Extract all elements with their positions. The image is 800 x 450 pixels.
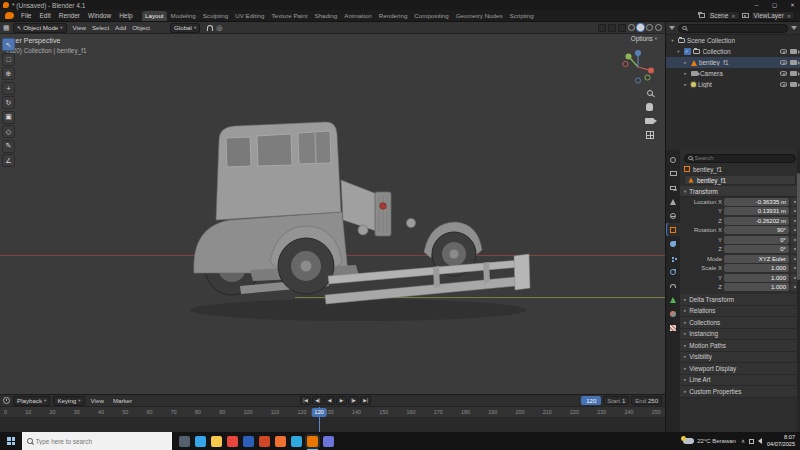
tab-view-layer[interactable] <box>666 181 680 194</box>
unlink-scene-icon[interactable]: ✕ <box>730 13 736 19</box>
select-box-tool[interactable]: □ <box>2 53 15 66</box>
navigation-gizmo[interactable] <box>620 48 656 84</box>
tab-physics[interactable] <box>666 265 680 278</box>
menu-item[interactable]: Render <box>55 12 84 19</box>
timeline-tracks[interactable] <box>0 418 665 432</box>
expand-icon[interactable]: ▸ <box>683 60 688 65</box>
play-button[interactable]: ▶ <box>336 396 347 405</box>
snap-magnet-icon[interactable] <box>207 25 213 31</box>
field-value[interactable]: 1.000 <box>724 283 789 291</box>
file-explorer-icon[interactable] <box>211 436 222 447</box>
firefox-icon[interactable] <box>275 436 286 447</box>
field-value[interactable]: -0.36335 m <box>724 198 789 206</box>
xray-toggle[interactable] <box>618 24 626 32</box>
expand-icon[interactable]: ▸ <box>683 71 688 76</box>
viewport-menu-item[interactable]: Object <box>129 24 153 31</box>
outliner-row-camera[interactable]: ▸ Camera <box>666 68 800 79</box>
outliner-row-bentley[interactable]: ▸ bentley_f1 <box>666 57 800 68</box>
transform-tool[interactable]: ◇ <box>2 125 15 138</box>
marker-menu[interactable]: Marker <box>110 397 135 404</box>
render-visibility-icon[interactable] <box>790 82 797 87</box>
viewport-menu-item[interactable]: Add <box>112 24 129 31</box>
network-icon[interactable] <box>749 439 754 444</box>
field-value[interactable]: 1.000 <box>724 274 789 282</box>
properties-search[interactable] <box>684 154 796 163</box>
prev-keyframe-button[interactable]: ◀| <box>312 396 323 405</box>
shading-rendered-icon[interactable] <box>655 24 662 31</box>
workspace-tab[interactable]: Compositing <box>411 11 452 21</box>
outliner-search-input[interactable] <box>687 25 785 31</box>
orthographic-grid-icon[interactable] <box>646 131 654 139</box>
viewport-menu-item[interactable]: View <box>70 24 89 31</box>
workspace-tab[interactable]: Shading <box>311 11 341 21</box>
hide-eye-icon[interactable] <box>780 82 787 87</box>
weather-widget[interactable]: 22°C Berawan <box>683 438 736 444</box>
frame-start-field[interactable]: Start 1 <box>603 396 629 405</box>
workspace-tab[interactable]: Animation <box>341 11 376 21</box>
tab-world[interactable] <box>666 209 680 222</box>
workspace-tab[interactable]: UV Editing <box>232 11 268 21</box>
tab-output[interactable] <box>666 167 680 180</box>
keying-dropdown[interactable]: Keying <box>53 396 84 406</box>
next-keyframe-button[interactable]: |▶ <box>348 396 359 405</box>
hide-eye-icon[interactable] <box>780 49 787 54</box>
tray-chevron-icon[interactable]: ∧ <box>741 438 745 444</box>
menu-item[interactable]: Help <box>115 12 136 19</box>
playback-dropdown[interactable]: Playback <box>13 396 50 406</box>
timeline-ruler[interactable]: 0102030405060708090100110120130140150160… <box>0 407 665 418</box>
render-visibility-icon[interactable] <box>790 60 797 65</box>
show-gizmo-toggle[interactable] <box>598 24 606 32</box>
shading-wireframe-icon[interactable] <box>628 24 635 31</box>
viewport-menu-item[interactable]: Select <box>89 24 112 31</box>
workspace-tab[interactable]: Sculpting <box>199 11 231 21</box>
tab-render[interactable] <box>666 153 680 166</box>
workspace-tab[interactable]: Rendering <box>375 11 411 21</box>
timeline-editor-icon[interactable] <box>3 397 10 404</box>
field-value[interactable]: 90° <box>724 226 789 234</box>
collapsed-section[interactable]: Motion Paths <box>680 340 800 352</box>
jump-to-start-button[interactable]: |◀ <box>300 396 311 405</box>
tab-texture[interactable] <box>666 321 680 334</box>
powerpoint-icon[interactable] <box>259 436 270 447</box>
view-menu[interactable]: View <box>88 397 107 404</box>
render-visibility-icon[interactable] <box>790 49 797 54</box>
scale-tool[interactable]: ▣ <box>2 111 15 124</box>
frame-end-field[interactable]: End 250 <box>631 396 662 405</box>
field-value[interactable]: 0.13931 m <box>724 207 789 215</box>
maximize-button[interactable]: ▢ <box>767 0 782 10</box>
minimize-button[interactable]: ─ <box>749 0 764 10</box>
transform-panel-header[interactable]: Transform <box>680 186 800 197</box>
collapsed-section[interactable]: Delta Transform <box>680 294 800 306</box>
tab-object[interactable] <box>666 223 680 236</box>
blender-icon[interactable] <box>307 436 318 447</box>
close-button[interactable]: ✕ <box>785 0 800 10</box>
properties-search-input[interactable] <box>695 155 793 161</box>
expand-icon[interactable]: ▾ <box>670 38 675 43</box>
outliner-search[interactable] <box>678 24 788 33</box>
hide-eye-icon[interactable] <box>780 60 787 65</box>
tab-material[interactable] <box>666 307 680 320</box>
workspace-tab[interactable]: Scripting <box>506 11 537 21</box>
filter-options-icon[interactable] <box>791 26 797 30</box>
filter-icon[interactable] <box>669 26 675 30</box>
field-value[interactable]: 0° <box>724 236 789 244</box>
collapsed-section[interactable]: Visibility <box>680 352 800 364</box>
tab-scene[interactable] <box>666 195 680 208</box>
menu-item[interactable]: File <box>17 12 35 19</box>
tab-particles[interactable] <box>666 251 680 264</box>
proportional-edit-icon[interactable]: ◎ <box>216 24 222 32</box>
camera-view-icon[interactable] <box>645 118 654 124</box>
telegram-icon[interactable] <box>291 436 302 447</box>
move-tool[interactable]: + <box>2 82 15 95</box>
zoom-icon[interactable] <box>647 90 653 96</box>
editor-type-icon[interactable]: ▦ <box>3 24 10 32</box>
cursor-tool[interactable]: ⊕ <box>2 67 15 80</box>
workspace-tab[interactable]: Texture Paint <box>268 11 311 21</box>
shading-solid-icon[interactable] <box>637 24 644 31</box>
tab-modifiers[interactable] <box>666 237 680 250</box>
collapsed-section[interactable]: Relations <box>680 306 800 318</box>
viewlayer-selector[interactable]: ViewLayer ✕ <box>751 11 795 20</box>
menu-item[interactable]: Edit <box>35 12 54 19</box>
field-value[interactable]: XYZ Euler <box>724 255 789 263</box>
collapsed-section[interactable]: Collections <box>680 317 800 329</box>
